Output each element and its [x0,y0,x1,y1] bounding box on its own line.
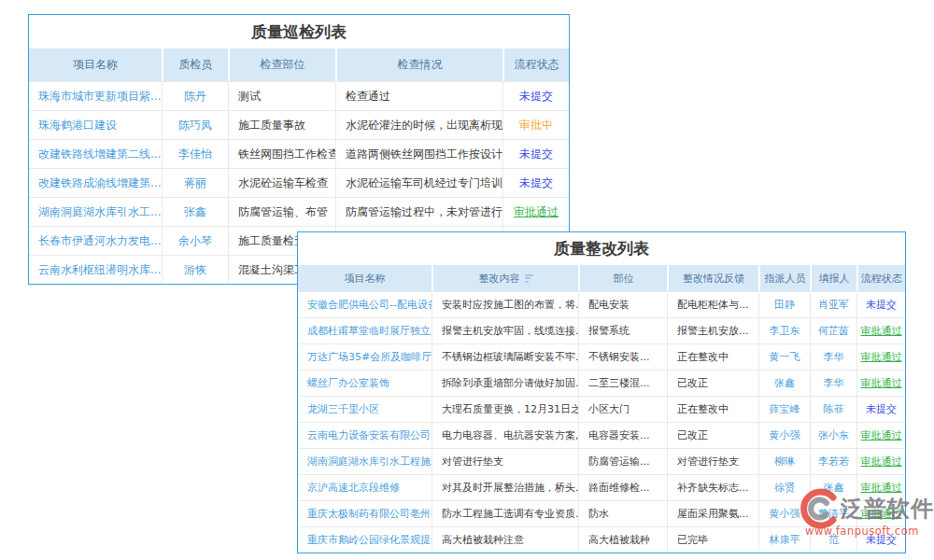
cell-part: 防腐管运输、布管 [228,198,335,226]
cell-assignee[interactable]: 薛宝峰 [758,397,810,422]
cell-assignee[interactable]: 田静 [758,292,810,317]
cell-assignee[interactable]: 李卫东 [758,318,810,343]
cell-content: 电力电容器、电抗器安装方案,... [432,423,578,448]
column-header-project: 项目名称 [29,49,162,81]
cell-situation: 道路两侧铁丝网围挡工作按设计... [335,140,502,168]
cell-status[interactable]: 未提交 [856,292,905,317]
cell-part: 小区大门 [578,397,667,422]
table-row: 湖南洞庭湖水库引水工程施工标对管进行垫支防腐管运输...对管进行垫支柳琳李若若审… [298,448,905,474]
column-header-part: 部位 [578,265,667,291]
cell-part: 测试 [228,82,335,110]
cell-project[interactable]: 螺丝厂办公室装饰 [298,371,432,396]
table-row: 万达广场35#会所及咖啡厅空...不锈钢边框玻璃隔断安装不牢...不锈钢安装..… [298,343,905,370]
cell-reporter[interactable]: 李若若 [810,449,856,474]
cell-part: 配电安装 [578,292,667,317]
cell-part: 报警系统 [578,318,667,343]
cell-status[interactable]: 未提交 [502,82,569,110]
cell-project[interactable]: 重庆太极制药有限公司亳州中... [298,501,432,526]
cell-status[interactable]: 审批通过 [856,371,905,396]
column-header-label: 流程状态 [515,57,559,73]
cell-reporter[interactable]: 李华 [810,344,856,370]
cell-project[interactable]: 安徽合肥供电公司--配电设备... [298,292,432,317]
cell-project[interactable]: 万达广场35#会所及咖啡厅空... [298,344,432,370]
cell-inspector[interactable]: 张鑫 [162,198,228,226]
cell-reporter[interactable]: 陈菲 [810,397,856,422]
cell-part: 电容器安装... [578,423,667,448]
cell-assignee[interactable]: 张鑫 [758,371,810,396]
cell-project[interactable]: 珠海市城市更新项目紫... [29,82,162,110]
cell-feedback: 正在整改中 [667,397,758,422]
column-header-label: 部位 [614,272,634,286]
cell-project[interactable]: 湖南洞庭湖水库引水工... [29,198,162,226]
cell-project[interactable]: 云南水利枢纽潜明水库... [29,256,162,284]
cell-status[interactable]: 未提交 [502,140,569,168]
cell-project[interactable]: 改建铁路线增建第二线... [29,140,162,168]
cell-reporter[interactable]: 何芷茵 [810,318,856,343]
cell-assignee[interactable]: 柳琳 [758,449,810,474]
rectification-table-header: 项目名称整改内容部位整改情况反馈指派人员填报人流程状态 [298,265,905,291]
cell-inspector[interactable]: 余小琴 [162,227,228,255]
cell-project[interactable]: 改建铁路成渝线增建第... [29,169,162,197]
column-header-label: 检查情况 [398,57,443,73]
cell-status[interactable]: 未提交 [856,397,905,422]
cell-inspector[interactable]: 游恢 [162,256,228,284]
cell-project[interactable]: 湖南洞庭湖水库引水工程施工标 [298,449,432,474]
watermark-url: www.fanpusoft.com [796,525,934,538]
cell-feedback: 屋面采用聚氨... [667,501,758,526]
column-header-label: 整改内容 [479,272,520,286]
column-header-assignee: 指派人员 [758,265,810,291]
cell-reporter[interactable]: 肖亚军 [810,292,856,317]
cell-status[interactable]: 未提交 [502,169,569,197]
cell-status[interactable]: 审批通过 [856,344,905,370]
cell-inspector[interactable]: 蒋丽 [162,169,228,197]
inspection-table-title: 质量巡检列表 [29,15,569,49]
table-row: 珠海市城市更新项目紫...陈丹测试检查通过未提交 [29,81,569,110]
column-header-label: 项目名称 [73,57,118,73]
cell-feedback: 已改正 [667,423,758,448]
cell-assignee[interactable]: 黄一飞 [758,344,810,370]
cell-project[interactable]: 京沪高速北京段维修 [298,475,432,500]
column-header-content[interactable]: 整改内容 [432,265,578,291]
cell-feedback: 已完毕 [667,527,758,553]
table-row: 龙湖三千里小区大理石质量更换，12月31日之...小区大门正在整改中薛宝峰陈菲未… [298,396,905,422]
cell-inspector[interactable]: 陈丹 [162,82,228,110]
cell-situation: 检查通过 [335,82,502,110]
cell-project[interactable]: 云南电力设备安装有限公司20... [298,423,432,448]
table-row: 湖南洞庭湖水库引水工...张鑫防腐管运输、布管防腐管运输过程中，未对管进行...… [29,197,569,226]
cell-project[interactable]: 长春市伊通河水力发电... [29,227,162,255]
cell-status[interactable]: 审批中 [502,111,569,139]
cell-content: 拆除到承重墙部分请做好加固... [432,371,578,396]
cell-assignee[interactable]: 黄小强 [758,423,810,448]
cell-feedback: 报警主机安放... [667,318,758,343]
cell-status[interactable]: 审批通过 [856,423,905,448]
cell-feedback: 对管进行垫支 [667,449,758,474]
cell-status[interactable]: 审批通过 [502,198,569,226]
table-row: 安徽合肥供电公司--配电设备...安装时应按施工图的布置，将...配电安装配电柜… [298,291,905,317]
cell-inspector[interactable]: 李佳怡 [162,140,228,168]
cell-part: 施工质量事故 [228,111,335,139]
table-row: 改建铁路线增建第二线...李佳怡铁丝网围挡工作检查道路两侧铁丝网围挡工作按设计.… [29,139,569,168]
cell-reporter[interactable]: 李华 [810,371,856,396]
column-header-part: 检查部位 [228,49,335,81]
column-header-feedback: 整改情况反馈 [667,265,758,291]
cell-status[interactable]: 审批通过 [856,449,905,474]
table-row: 云南电力设备安装有限公司20...电力电容器、电抗器安装方案,...电容器安装.… [298,422,905,448]
column-header-status: 流程状态 [856,265,905,291]
cell-situation: 水泥砼运输车司机经过专门培训... [335,169,502,197]
cell-project[interactable]: 龙湖三千里小区 [298,397,432,422]
inspection-table-header: 项目名称质检员检查部位检查情况流程状态 [29,49,569,81]
cell-content: 对管进行垫支 [432,449,578,474]
cell-project[interactable]: 珠海鹤港口建设 [29,111,162,139]
cell-part: 不锈钢安装... [578,344,667,370]
cell-content: 报警主机安放牢固，线缆连接... [432,318,578,343]
table-row: 珠海鹤港口建设陈巧凤施工质量事故水泥砼灌注的时候，出现离析现象审批中 [29,110,569,139]
cell-reporter[interactable]: 张小东 [810,423,856,448]
cell-project[interactable]: 重庆市鹅岭公园绿化景观提升... [298,527,432,553]
cell-content: 不锈钢边框玻璃隔断安装不牢... [432,344,578,370]
cell-inspector[interactable]: 陈巧凤 [162,111,228,139]
table-row: 改建铁路成渝线增建第...蒋丽水泥砼运输车检查水泥砼运输车司机经过专门培训...… [29,168,569,197]
cell-project[interactable]: 成都杜甫草堂临时展厅独立展... [298,318,432,343]
cell-content: 大理石质量更换，12月31日之... [432,397,578,422]
sort-icon[interactable] [525,273,533,284]
cell-status[interactable]: 审批通过 [856,318,905,343]
